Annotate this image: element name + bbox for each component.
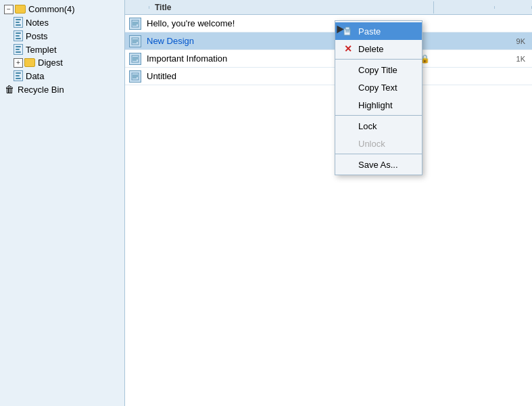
expand-icon-common[interactable]: − [4,5,14,14]
table-row[interactable]: Untitled [125,68,532,85]
note-icon [129,18,141,30]
sidebar-label-templet: Templet [26,45,57,55]
svg-rect-17 [345,27,349,30]
context-menu-delete[interactable]: ✕ Delete [335,40,422,58]
table-row[interactable]: Important Infomation 🔒 1K [125,50,532,68]
table-row[interactable]: Hello, you're welcome! [125,15,532,32]
context-menu-unlock-label: Unlock [358,139,385,149]
doc-icon-templet [14,44,23,55]
sidebar-label-digest: Digest [38,58,63,68]
doc-icon-data [14,70,23,81]
row-icon [128,51,143,66]
context-menu-lock[interactable]: Lock [335,117,422,135]
row-size: 9K [492,37,529,45]
main-panel: Title Hello, you're welcome! New De [125,0,532,406]
context-menu: Paste ✕ Delete Copy Title Copy Text High… [335,20,422,175]
sidebar-label-common: Common(4) [28,4,75,14]
folder-icon-common [15,5,26,14]
col-header-size [495,6,532,9]
note-icon [129,53,141,65]
unlock-menu-icon [342,137,354,150]
row-icon [128,69,143,84]
lock-menu-icon [342,120,354,132]
highlight-icon [342,99,354,111]
col-header-date [434,6,495,9]
sidebar-label-recycle-bin: Recycle Bin [18,85,64,95]
sidebar-item-digest[interactable]: + Digest [0,56,124,69]
sidebar-item-posts[interactable]: Posts [0,29,124,43]
content-list: Hello, you're welcome! New Design 9K [125,15,532,406]
sidebar-item-recycle-bin[interactable]: 🗑 Recycle Bin [0,83,124,96]
context-menu-delete-label: Delete [358,44,384,54]
context-menu-highlight[interactable]: Highlight [335,96,422,114]
table-row[interactable]: New Design 9K [125,32,532,50]
folder-icon-digest [24,58,35,67]
sidebar-item-notes[interactable]: Notes [0,16,124,29]
context-menu-copy-text-label: Copy Text [358,83,397,93]
copy-text-icon [342,81,354,93]
delete-icon: ✕ [342,43,354,55]
context-menu-copy-title-label: Copy Title [358,65,397,75]
sidebar: − Common(4) Notes Posts Templet + Digest… [0,0,125,406]
context-menu-highlight-label: Highlight [358,100,393,110]
expand-icon-digest[interactable]: + [14,58,23,68]
row-icon [128,16,143,31]
sidebar-label-data: Data [26,71,44,81]
sidebar-label-posts: Posts [26,31,48,41]
menu-separator [335,59,422,60]
copy-title-icon [342,64,354,76]
sidebar-item-templet[interactable]: Templet [0,43,124,56]
sidebar-item-common[interactable]: − Common(4) [0,3,124,16]
context-menu-save-as-label: Save As... [358,160,398,170]
content-header: Title [125,0,532,15]
save-as-icon [342,158,354,171]
menu-separator-3 [335,154,422,154]
row-icon [128,34,143,49]
recycle-icon: 🗑 [4,84,15,95]
context-menu-copy-title[interactable]: Copy Title [335,61,422,78]
menu-separator-2 [335,115,422,116]
doc-icon-notes [14,17,23,28]
context-menu-paste-label: Paste [358,26,381,37]
doc-icon-posts [14,30,23,41]
note-icon [129,35,141,47]
context-menu-save-as[interactable]: Save As... [335,156,422,173]
context-menu-paste[interactable]: Paste [335,22,422,40]
col-header-title: Title [149,1,434,14]
paste-icon [342,25,354,37]
context-menu-lock-label: Lock [358,121,377,131]
sidebar-label-notes: Notes [26,18,49,28]
note-icon [129,70,141,83]
row-size: 1K [492,55,529,63]
context-menu-copy-text[interactable]: Copy Text [335,78,422,96]
sidebar-item-data[interactable]: Data [0,69,124,83]
context-menu-unlock: Unlock [335,135,422,152]
